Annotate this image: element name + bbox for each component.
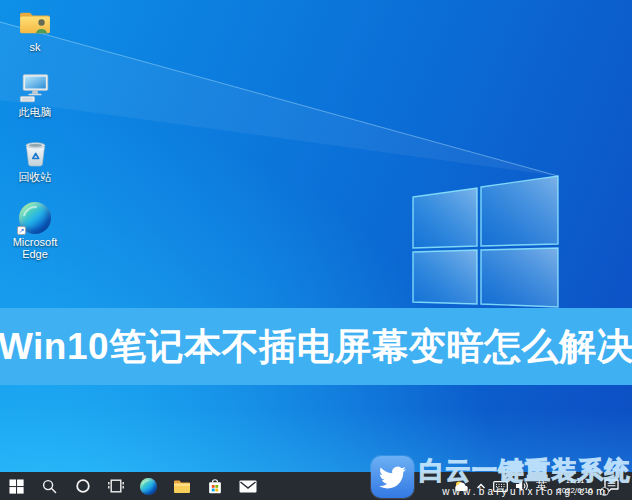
- user-folder-icon: [18, 6, 52, 40]
- this-pc-icon: [18, 71, 52, 105]
- watermark-text: 白云一键重装系统 www.baiyunxitong.com: [419, 458, 631, 497]
- watermark-url: www.baiyunxitong.com: [442, 486, 608, 497]
- task-view-icon: [108, 479, 124, 493]
- task-view-button[interactable]: [99, 472, 132, 500]
- twitter-bird-icon: [371, 456, 414, 498]
- microsoft-store-icon: [207, 478, 223, 495]
- title-banner: Win10笔记本不插电屏幕变暗怎么解决: [0, 308, 632, 385]
- desktop-icon-label: Microsoft Edge: [5, 236, 65, 261]
- start-button[interactable]: [0, 472, 33, 500]
- desktop-icon-recycle-bin[interactable]: 回收站: [4, 136, 66, 201]
- edge-icon: [140, 478, 157, 495]
- desktop-icon-list: sk 此电脑: [4, 6, 66, 266]
- file-explorer-button[interactable]: [165, 472, 198, 500]
- windows-desktop: sk 此电脑: [0, 0, 632, 500]
- file-explorer-icon: [173, 479, 191, 494]
- mail-button[interactable]: [231, 472, 264, 500]
- banner-title: Win10笔记本不插电屏幕变暗怎么解决: [0, 322, 632, 372]
- windows-start-icon: [9, 479, 24, 494]
- watermark-brand: 白云一键重装系统: [419, 458, 631, 483]
- watermark: 白云一键重装系统 www.baiyunxitong.com: [371, 456, 631, 498]
- store-button[interactable]: [198, 472, 231, 500]
- edge-taskbar-button[interactable]: [132, 472, 165, 500]
- mail-icon: [239, 480, 257, 493]
- cortana-icon: [75, 478, 91, 494]
- desktop-icon-label: 回收站: [19, 171, 52, 183]
- desktop-icon-this-pc[interactable]: 此电脑: [4, 71, 66, 136]
- search-icon: [42, 479, 57, 494]
- cortana-button[interactable]: [66, 472, 99, 500]
- desktop-icon-user-folder[interactable]: sk: [4, 6, 66, 71]
- recycle-bin-icon: [20, 136, 51, 170]
- search-button[interactable]: [33, 472, 66, 500]
- shortcut-arrow-icon: ↗: [17, 226, 26, 235]
- windows-logo-wallpaper: [0, 0, 632, 500]
- desktop-icon-label: 此电脑: [19, 106, 52, 118]
- desktop-icon-microsoft-edge[interactable]: ↗ Microsoft Edge: [4, 201, 66, 266]
- desktop-icon-label: sk: [30, 41, 41, 53]
- edge-icon: ↗: [19, 201, 51, 235]
